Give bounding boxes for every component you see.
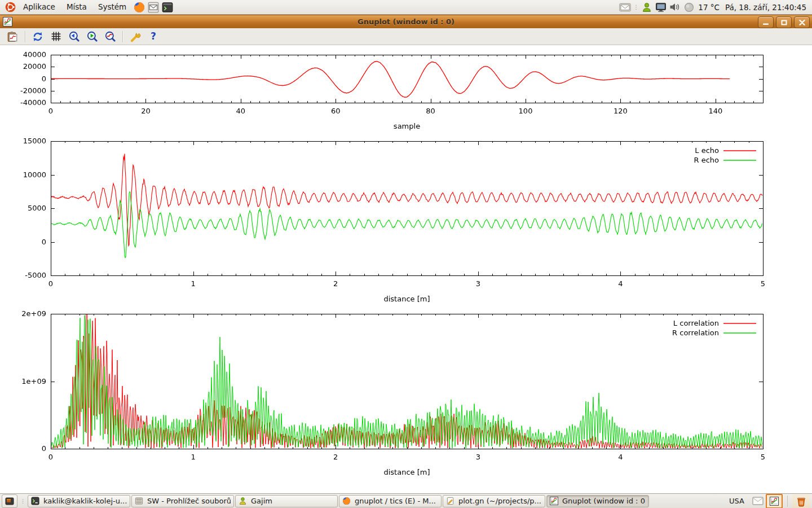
taskbar-item-list: kaklik@kaklik-kolej-u...SW - Prohlížeč s… bbox=[27, 495, 650, 507]
tray-user-icon[interactable] bbox=[641, 1, 652, 13]
minimize-button[interactable] bbox=[758, 16, 774, 28]
temperature-readout[interactable]: 17 °C bbox=[698, 3, 720, 12]
taskbar-item[interactable]: Gnuplot (window id : 0) bbox=[546, 495, 649, 507]
notification-gnuplot-icon[interactable] bbox=[766, 494, 783, 508]
toolbar-separator bbox=[122, 31, 123, 42]
tray-display-icon[interactable] bbox=[655, 1, 667, 13]
taskbar: ⋮ kaklik@kaklik-kolej-u...SW - Prohlížeč… bbox=[0, 493, 812, 508]
copy-to-clipboard-icon[interactable] bbox=[5, 30, 20, 43]
correlation-distance-chart-canvas[interactable] bbox=[0, 308, 812, 484]
chirp-sample-chart-canvas[interactable] bbox=[0, 48, 812, 133]
gajim-icon bbox=[239, 497, 248, 506]
terminal-launcher-icon[interactable] bbox=[161, 1, 173, 13]
echo-distance-chart-canvas[interactable] bbox=[0, 135, 812, 308]
gnuplot-icon bbox=[550, 497, 559, 506]
panel-clock[interactable]: Pá, 18. září, 21:40:45 bbox=[725, 3, 806, 12]
show-desktop-button[interactable] bbox=[2, 494, 17, 508]
editor-icon bbox=[446, 497, 455, 506]
gnuplot-toolbar: ? bbox=[0, 28, 812, 45]
tasklist-handle[interactable]: ⋮ bbox=[20, 499, 25, 503]
tray-volume-icon[interactable] bbox=[669, 1, 681, 13]
autoscale-icon[interactable] bbox=[103, 30, 117, 43]
taskbar-item-label: kaklik@kaklik-kolej-u... bbox=[43, 497, 127, 505]
replot-icon[interactable] bbox=[30, 30, 45, 43]
menu-system[interactable]: Systém bbox=[92, 0, 132, 14]
firefox-icon bbox=[342, 497, 351, 506]
taskbar-separator bbox=[787, 496, 788, 507]
help-icon[interactable]: ? bbox=[146, 30, 161, 43]
taskbar-item[interactable]: plot.gn (~/projects/p... bbox=[443, 495, 545, 507]
taskbar-item-label: gnuplot / tics (E) - M... bbox=[355, 497, 436, 505]
zoom-previous-icon[interactable] bbox=[67, 30, 81, 43]
filemanager-icon bbox=[135, 497, 144, 506]
toolbar-separator bbox=[25, 31, 25, 42]
keyboard-layout-indicator[interactable]: USA bbox=[729, 497, 744, 505]
window-controls bbox=[758, 16, 810, 28]
firefox-launcher-icon[interactable] bbox=[133, 1, 145, 13]
trash-applet-icon[interactable] bbox=[792, 494, 810, 508]
mail-launcher-icon[interactable] bbox=[147, 1, 159, 13]
notification-mail-icon[interactable] bbox=[750, 494, 766, 508]
tray-separator: ⋮ bbox=[633, 4, 638, 10]
taskbar-item[interactable]: SW - Prohlížeč souborů bbox=[131, 495, 234, 507]
top-panel: Aplikace Místa Systém ⋮ 17 °C Pá, 18. z bbox=[0, 0, 812, 15]
taskbar-item[interactable]: kaklik@kaklik-kolej-u... bbox=[28, 495, 130, 507]
menu-places[interactable]: Místa bbox=[61, 0, 92, 14]
tray-mail-icon[interactable] bbox=[619, 1, 631, 13]
window-title: Gnuplot (window id : 0) bbox=[0, 17, 812, 26]
gnuplot-window-icon bbox=[3, 17, 12, 27]
tray-weather-icon[interactable] bbox=[683, 1, 695, 13]
maximize-button[interactable] bbox=[776, 16, 792, 28]
help-glyph: ? bbox=[151, 32, 156, 41]
taskbar-item-label: plot.gn (~/projects/p... bbox=[458, 497, 541, 505]
zoom-next-icon[interactable] bbox=[85, 30, 99, 43]
ubuntu-logo-icon[interactable] bbox=[5, 1, 16, 13]
close-button[interactable] bbox=[794, 16, 810, 28]
window-titlebar[interactable]: Gnuplot (window id : 0) bbox=[0, 15, 812, 28]
desktop-screen: Aplikace Místa Systém ⋮ 17 °C Pá, 18. z bbox=[0, 0, 812, 508]
taskbar-item-label: Gnuplot (window id : 0) bbox=[562, 497, 646, 505]
taskbar-item-label: SW - Prohlížeč souborů bbox=[147, 497, 231, 505]
menu-applications[interactable]: Aplikace bbox=[17, 0, 61, 14]
terminal-icon bbox=[31, 497, 40, 506]
grid-icon[interactable] bbox=[48, 30, 63, 43]
gnuplot-plot-region bbox=[0, 45, 812, 493]
settings-wrench-icon[interactable] bbox=[128, 30, 143, 43]
taskbar-item[interactable]: Gajim bbox=[235, 495, 338, 507]
taskbar-item[interactable]: gnuplot / tics (E) - M... bbox=[339, 495, 442, 507]
taskbar-item-label: Gajim bbox=[251, 497, 272, 505]
